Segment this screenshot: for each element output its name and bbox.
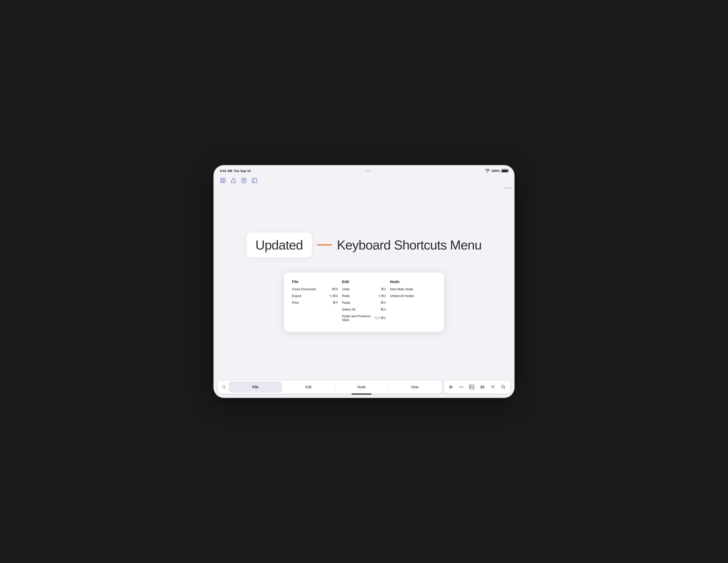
svg-rect-1 [223, 178, 225, 180]
status-dot-1 [366, 170, 367, 171]
sidebar-icon [252, 178, 257, 183]
print-label: Print [292, 301, 299, 304]
shortcut-close-document: Close Document ⌘W [292, 287, 338, 291]
search-icon [222, 385, 226, 389]
edit-header: Edit [342, 280, 386, 284]
shortcuts-panel: File Close Document ⌘W Export ⌥⌘E Print … [284, 273, 444, 332]
tab-view[interactable]: View [388, 381, 441, 392]
new-main-node-label: New Main Node [390, 287, 413, 291]
unfold-all-label: Unfold All Nodes [390, 294, 414, 298]
svg-point-13 [461, 386, 462, 387]
document-button[interactable] [239, 176, 249, 185]
undo-label: Undo [342, 287, 350, 291]
paste-label: Paste [342, 301, 350, 304]
close-document-keys: ⌘W [332, 287, 338, 291]
tab-file[interactable]: File [229, 381, 282, 392]
svg-rect-8 [252, 178, 257, 183]
nav-search-icon[interactable] [219, 381, 229, 392]
status-dot-3 [370, 170, 371, 171]
headline-area: Updated Keyboard Shortcuts Menu [246, 233, 482, 258]
shortcut-redo: Redo ⇧⌘Z [342, 294, 386, 298]
file-header: File [292, 280, 338, 284]
tab-node[interactable]: Node [335, 381, 388, 392]
svg-point-16 [471, 386, 471, 386]
bottom-nav: File Edit Node View [218, 380, 442, 393]
svg-rect-2 [221, 181, 222, 183]
hashtag-button[interactable] [478, 381, 487, 392]
node-header: Node [390, 280, 434, 284]
share-icon [231, 178, 236, 183]
redo-keys: ⇧⌘Z [378, 294, 386, 298]
share-button[interactable] [228, 176, 238, 185]
shortcut-print: Print ⌘P [292, 301, 338, 304]
svg-line-18 [483, 385, 483, 389]
svg-rect-0 [221, 178, 222, 180]
ipad-frame: 9:41 AM Tue Sep 15 100% [214, 166, 514, 397]
select-all-keys: ⌘A [381, 307, 386, 311]
more-button[interactable] [457, 381, 466, 392]
grid-icon [220, 178, 226, 183]
svg-line-25 [504, 388, 505, 389]
bottom-tools [444, 380, 510, 393]
tab-edit[interactable]: Edit [282, 381, 335, 392]
status-time: 9:41 AM [220, 169, 232, 173]
search-tools-button[interactable] [499, 381, 508, 392]
tab-indicator [351, 393, 372, 394]
asterisk-button[interactable] [446, 381, 456, 392]
undo-keys: ⌘Z [381, 287, 386, 291]
svg-line-11 [225, 388, 226, 389]
status-right: 100% [485, 169, 508, 173]
status-date: Tue Sep 15 [234, 169, 251, 173]
hashtag-icon [480, 385, 485, 389]
tab-edit-label: Edit [305, 385, 311, 389]
svg-point-12 [459, 386, 460, 387]
battery-percent: 100% [491, 169, 500, 173]
tab-view-label: View [411, 385, 418, 389]
image-icon [469, 385, 474, 389]
close-document-label: Close Document [292, 287, 316, 291]
svg-rect-3 [223, 181, 225, 183]
paste-keys: ⌘V [381, 301, 386, 304]
wifi-icon [485, 169, 490, 173]
connector-line [317, 244, 332, 246]
redo-label: Redo [342, 294, 350, 298]
status-dot-2 [368, 170, 369, 171]
more-icon [459, 386, 464, 388]
main-content: Updated Keyboard Shortcuts Menu File Clo… [214, 187, 514, 397]
bottom-nav-container: File Edit Node View [214, 380, 514, 397]
sidebar-button[interactable] [249, 176, 259, 185]
shortcut-select-all: Select All ⌘A [342, 307, 386, 311]
shortcut-paste-preserve: Paste and Preserve Style ⌥⇧⌘V [342, 314, 386, 322]
shortcut-undo: Undo ⌘Z [342, 287, 386, 291]
updated-badge: Updated [246, 233, 312, 258]
shortcut-unfold-all: Unfold All Nodes [390, 294, 434, 298]
grid-button[interactable] [218, 176, 228, 185]
search-tools-icon [501, 385, 506, 389]
export-keys: ⌥⌘E [329, 294, 338, 298]
shortcut-export: Export ⌥⌘E [292, 294, 338, 298]
filter-button[interactable] [488, 381, 498, 392]
svg-line-17 [481, 385, 481, 389]
svg-point-14 [462, 386, 463, 387]
shortcut-new-main-node: New Main Node [390, 287, 434, 291]
shortcuts-col-file: File Close Document ⌘W Export ⌥⌘E Print … [292, 280, 340, 325]
select-all-label: Select All [342, 307, 355, 311]
scroll-indicator [504, 188, 512, 188]
battery-body [501, 169, 508, 173]
paste-preserve-keys: ⌥⇧⌘V [374, 316, 386, 320]
tab-file-label: File [252, 385, 258, 389]
status-center [366, 170, 371, 171]
status-bar: 9:41 AM Tue Sep 15 100% [214, 166, 514, 175]
toolbar [214, 175, 514, 187]
tab-node-label: Node [357, 385, 366, 389]
shortcut-paste: Paste ⌘V [342, 301, 386, 304]
export-label: Export [292, 294, 301, 298]
image-button[interactable] [467, 381, 477, 392]
shortcuts-columns: File Close Document ⌘W Export ⌥⌘E Print … [292, 280, 436, 325]
shortcuts-col-edit: Edit Undo ⌘Z Redo ⇧⌘Z Paste ⌘V Select A [340, 280, 388, 325]
print-keys: ⌘P [332, 301, 338, 304]
paste-preserve-label: Paste and Preserve Style [342, 314, 374, 322]
updated-text: Updated [255, 238, 303, 252]
battery-fill [502, 170, 508, 172]
document-icon [241, 178, 247, 183]
